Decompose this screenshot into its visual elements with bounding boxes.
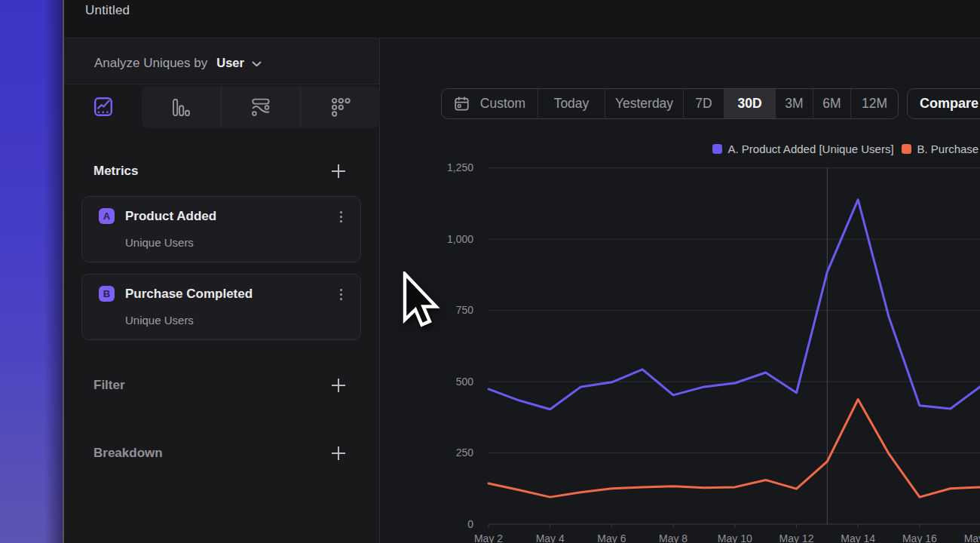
metrics-header-row: Metrics — [64, 160, 379, 183]
kebab-menu-icon[interactable] — [334, 209, 348, 224]
series-line — [488, 200, 980, 410]
y-tick-label: 0 — [467, 518, 473, 530]
tab-bar-chart[interactable] — [142, 86, 221, 128]
metric-measurement[interactable]: Unique Users — [125, 236, 194, 249]
report-title[interactable]: Untitled — [85, 3, 130, 18]
add-filter-button[interactable] — [331, 378, 346, 393]
x-tick-label: May 6 — [597, 532, 626, 543]
x-tick-label: May 2 — [474, 532, 503, 543]
insights-line-chart-icon — [94, 97, 112, 116]
x-tick-label: May 18 — [964, 532, 980, 543]
bar-chart-icon — [173, 99, 190, 116]
chart-type-tabstrip — [64, 84, 380, 128]
x-tick-label: May 8 — [659, 532, 688, 543]
filter-header-row: Filter — [64, 374, 379, 397]
analyze-label: Analyze Uniques by — [94, 56, 207, 71]
add-metric-button[interactable] — [331, 164, 346, 179]
breakdown-heading: Breakdown — [93, 446, 331, 461]
metric-card-b[interactable]: B Purchase Completed Unique Users — [81, 274, 361, 340]
y-tick-label: 250 — [456, 446, 474, 459]
tab-line-chart[interactable] — [64, 84, 142, 128]
metric-badge-b: B — [99, 286, 115, 302]
breakdown-header-row: Breakdown — [64, 442, 379, 465]
mouse-cursor — [402, 272, 441, 332]
sidebar: Analyze Uniques by User — [64, 38, 380, 543]
analyze-by-dropdown[interactable]: User — [216, 56, 244, 70]
flows-icon — [252, 98, 270, 116]
series-line — [488, 400, 980, 498]
add-breakdown-button[interactable] — [331, 446, 346, 461]
chevron-down-icon[interactable] — [252, 61, 262, 67]
kebab-menu-icon[interactable] — [334, 287, 348, 302]
y-tick-label: 750 — [456, 304, 474, 316]
x-tick-label: May 16 — [902, 532, 937, 543]
line-chart[interactable]: 02505007501,0001,250May 2May 4May 6May 8… — [381, 38, 980, 543]
metric-name: Product Added — [125, 209, 216, 224]
filter-heading: Filter — [93, 378, 331, 393]
top-bar: Untitled — [64, 0, 980, 38]
metric-badge-a: A — [99, 208, 115, 224]
metric-card-a[interactable]: A Product Added Unique Users — [81, 196, 361, 262]
metric-name: Purchase Completed — [125, 287, 253, 302]
tab-retention[interactable] — [300, 86, 380, 128]
retention-grid-icon — [331, 97, 351, 117]
metrics-heading: Metrics — [93, 164, 331, 179]
x-tick-label: May 4 — [536, 532, 565, 543]
y-tick-label: 500 — [456, 376, 474, 388]
y-tick-label: 1,250 — [447, 161, 473, 173]
chart-panel: Custom Today Yesterday 7D 30D 3M 6M 12M … — [381, 38, 980, 543]
app-root: Untitled Analyze Uniques by User — [0, 0, 980, 543]
chart-type-tab-group — [142, 86, 380, 128]
metric-measurement[interactable]: Unique Users — [125, 314, 194, 327]
y-tick-label: 1,000 — [447, 233, 473, 245]
x-tick-label: May 12 — [779, 532, 814, 543]
desktop-background-gradient — [0, 0, 63, 543]
x-tick-label: May 10 — [718, 532, 752, 543]
x-tick-label: May 14 — [841, 532, 875, 543]
tab-flows[interactable] — [221, 86, 301, 128]
analyze-row: Analyze Uniques by User — [64, 38, 379, 84]
